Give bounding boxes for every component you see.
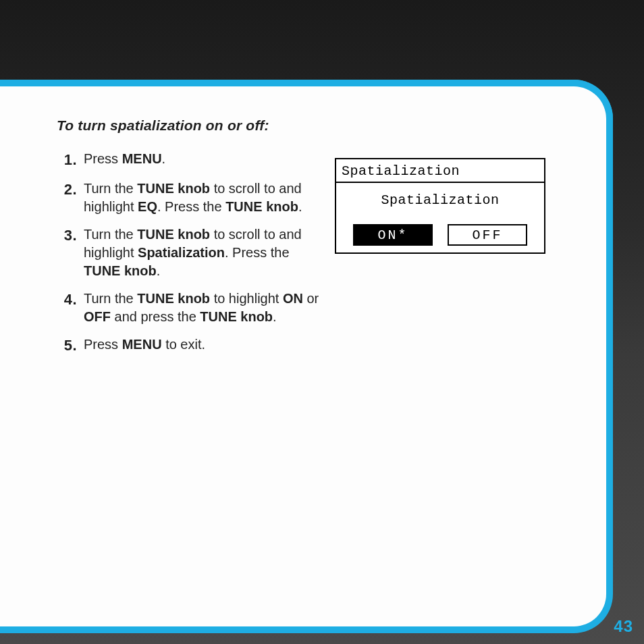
instruction-step: 4.Turn the TUNE knob to highlight ON or … — [57, 290, 321, 326]
step-number: 2. — [57, 180, 77, 200]
bold-term: Spatialization — [138, 245, 225, 260]
lcd-options-row: ON* OFF — [336, 224, 544, 252]
step-number: 1. — [57, 150, 77, 170]
lcd-option-off: OFF — [448, 224, 527, 246]
step-body: Press MENU. — [84, 150, 321, 168]
instruction-step: 2.Turn the TUNE knob to scroll to and hi… — [57, 180, 321, 216]
lcd-option-on: ON* — [353, 224, 433, 246]
instruction-list: 1.Press MENU.2.Turn the TUNE knob to scr… — [57, 150, 321, 355]
step-body: Turn the TUNE knob to highlight ON or OF… — [84, 290, 321, 326]
bold-term: EQ — [138, 199, 157, 214]
step-number: 5. — [57, 336, 77, 356]
lcd-subtitle: Spatialization — [336, 183, 544, 224]
step-body: Turn the TUNE knob to scroll to and high… — [84, 225, 321, 280]
step-number: 3. — [57, 225, 77, 246]
lcd-title: Spatialization — [336, 159, 544, 183]
instruction-step: 3.Turn the TUNE knob to scroll to and hi… — [57, 225, 321, 280]
instruction-step: 1.Press MENU. — [57, 150, 321, 170]
bold-term: TUNE knob — [84, 263, 157, 278]
page-card: To turn spatialization on or off: 1.Pres… — [0, 86, 606, 626]
bold-term: OFF — [84, 309, 111, 324]
bold-term: MENU — [122, 337, 162, 352]
step-body: Press MENU to exit. — [84, 336, 321, 354]
bold-term: TUNE knob — [137, 227, 210, 242]
step-number: 4. — [57, 290, 77, 310]
page-content: To turn spatialization on or off: 1.Pres… — [57, 117, 570, 365]
lcd-column: Spatialization Spatialization ON* OFF — [335, 150, 545, 365]
bold-term: MENU — [122, 151, 162, 166]
bold-term: TUNE knob — [225, 199, 298, 214]
bold-term: TUNE knob — [200, 309, 273, 324]
instruction-column: 1.Press MENU.2.Turn the TUNE knob to scr… — [57, 150, 321, 365]
section-heading: To turn spatialization on or off: — [57, 117, 570, 134]
lcd-screen: Spatialization Spatialization ON* OFF — [335, 158, 545, 254]
bold-term: TUNE knob — [137, 291, 210, 306]
instruction-step: 5.Press MENU to exit. — [57, 336, 321, 356]
step-body: Turn the TUNE knob to scroll to and high… — [84, 180, 321, 216]
bold-term: ON — [283, 291, 303, 306]
page-number: 43 — [614, 617, 633, 636]
bold-term: TUNE knob — [137, 181, 210, 196]
